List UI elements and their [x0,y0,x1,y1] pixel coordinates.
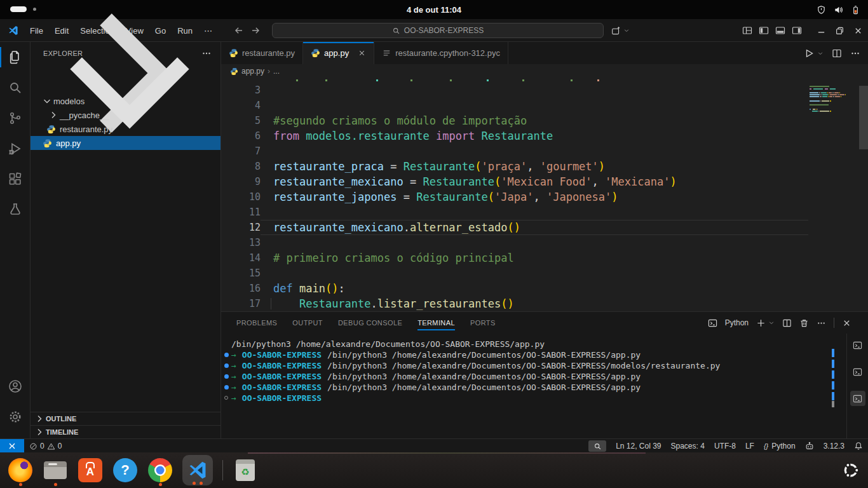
breadcrumb[interactable]: app.py › ... [221,64,868,78]
remote-indicator[interactable] [0,439,24,453]
nav-forward-icon[interactable] [250,25,261,36]
toggle-primary-sidebar-icon[interactable] [759,25,769,36]
close-panel-icon[interactable] [842,318,851,328]
show-apps-ubuntu-icon[interactable] [841,461,860,480]
panel-tab-output[interactable]: OUTPUT [292,312,323,334]
dock-help[interactable] [112,454,138,487]
code-line-11[interactable]: 11 [221,205,868,220]
terminal-line[interactable]: →OO-SABOR-EXPRESS/bin/python3 /home/alex… [221,382,843,393]
section-project-root[interactable]: OO-SABOR-EXPRESS [31,80,220,94]
toggle-panel-icon[interactable] [775,25,785,36]
toggle-secondary-sidebar-icon[interactable] [792,25,802,36]
terminal-line[interactable]: →OO-SABOR-EXPRESS [221,393,843,403]
code-line-12[interactable]: 12restaurante_mexicano.alternar_estado() [221,220,868,235]
dock-vscode[interactable] [182,455,213,485]
terminal-tab-3[interactable] [850,391,865,406]
code-line-4[interactable]: 4 [221,98,868,113]
tree-item-modelos[interactable]: modelos [31,94,220,108]
customize-layout-icon[interactable] [742,25,752,36]
code-line-8[interactable]: 8restaurante_praca = Restaurante('praça'… [221,159,868,174]
command-decoration-icon[interactable] [224,353,229,357]
tree-item-pycache[interactable]: __pycache__ [31,108,220,122]
window-restore-icon[interactable] [835,26,844,36]
code-line-3[interactable]: 3 [221,83,868,98]
run-python-file-icon[interactable] [804,48,814,58]
activitybar-extensions[interactable] [0,164,31,194]
tab-apppy[interactable]: app.py [303,42,374,64]
activitybar-source-control[interactable] [0,103,31,133]
code-line-5[interactable]: 5#segundo criamos o módulo de importação [221,113,868,128]
panel-more-actions-icon[interactable] [817,318,826,328]
activitybar-testing[interactable] [0,194,31,225]
code-line-14[interactable]: 14# primeiro criamos o código principal [221,250,868,266]
kill-terminal-icon[interactable] [799,318,809,328]
minimap[interactable] [808,78,859,154]
volume-icon[interactable] [834,5,843,15]
activitybar-settings[interactable] [0,402,31,432]
section-outline[interactable]: OUTLINE [31,412,220,425]
terminal-dropdown-icon[interactable] [768,320,775,326]
terminal-line[interactable]: →OO-SABOR-EXPRESS/bin/python3 /home/alex… [221,360,843,371]
terminal-tab-1[interactable] [850,337,865,353]
command-decoration-icon[interactable] [224,374,229,379]
system-tray[interactable] [817,0,860,19]
code-line-7[interactable]: 7 [221,144,868,159]
dock-files[interactable] [43,454,68,487]
command-decoration-icon[interactable] [224,363,229,368]
eol[interactable]: LF [745,442,754,451]
dock-trash[interactable] [233,454,258,487]
terminal-line[interactable]: /bin/python3 /home/alexandre/Documentos/… [221,339,843,349]
terminal[interactable]: /bin/python3 /home/alexandre/Documentos/… [221,334,843,438]
dock-firefox[interactable] [8,454,33,487]
code-line-15[interactable]: 15 [221,266,868,281]
code-line-10[interactable]: 10restaurante_japones = Restaurante('Jap… [221,189,868,205]
command-center-search[interactable]: OO-SABOR-EXPRESS [272,23,604,38]
split-terminal-icon[interactable] [782,318,792,328]
tree-item-apppy[interactable]: app.py [31,136,220,150]
terminal-line[interactable]: →OO-SABOR-EXPRESS/bin/python3 /home/alex… [221,371,843,382]
new-terminal-icon[interactable] [756,318,766,328]
dock-chrome[interactable] [147,454,173,487]
code-line-16[interactable]: 16def main(): [221,281,868,296]
terminal-line[interactable]: →OO-SABOR-EXPRESS/bin/python3 /home/alex… [221,349,843,360]
window-minimize-icon[interactable] [817,26,826,36]
command-decoration-icon[interactable] [224,396,228,400]
cursor-position[interactable]: Ln 12, Col 39 [616,442,661,451]
copilot-robot-icon[interactable] [805,442,814,451]
activitybar-explorer[interactable] [0,42,31,72]
split-editor-icon[interactable] [832,48,842,58]
breadcrumb-more[interactable]: ... [273,67,280,76]
code-line-17[interactable]: 17 Restaurante.listar_restaurantes() [221,296,868,311]
tab-restaurantepy[interactable]: restaurante.py [221,42,303,64]
dock-ubuntu-software[interactable] [78,454,103,487]
problems-status[interactable]: 0 0 [29,439,62,453]
code-line-9[interactable]: 9restaurante_mexicano = Restaurante('Mex… [221,174,868,189]
indentation[interactable]: Spaces: 4 [671,442,705,451]
nav-back-icon[interactable] [234,25,244,36]
statusbar-search[interactable] [588,440,606,452]
tree-item-restaurantepy[interactable]: restaurante.py [31,122,220,136]
panel-tab-problems[interactable]: PROBLEMS [236,312,277,334]
code-editor[interactable]: 345#segundo criamos o módulo de importaç… [221,78,868,311]
python-version[interactable]: 3.12.3 [824,442,844,451]
run-dropdown-icon[interactable] [817,50,824,57]
code-line-13[interactable]: 13 [221,235,868,250]
command-decoration-icon[interactable] [224,385,229,390]
panel-tab-ports[interactable]: PORTS [470,312,496,334]
panel-tab-terminal[interactable]: TERMINAL [417,312,455,334]
privacy-icon[interactable] [817,5,826,15]
encoding[interactable]: UTF-8 [714,442,736,451]
editor-scrollbar[interactable] [859,86,868,149]
tab-close-icon[interactable] [358,49,366,57]
activitybar-accounts[interactable] [0,371,31,402]
panel-tab-debug-console[interactable]: DEBUG CONSOLE [338,312,402,334]
language-mode[interactable]: Python [764,442,796,451]
bell-icon[interactable] [854,442,863,451]
breadcrumb-file[interactable]: app.py [241,67,264,76]
tab-restaurantecpython312pyc[interactable]: restaurante.cpython-312.pyc [374,42,508,64]
copilot-menu[interactable] [611,23,630,38]
section-timeline[interactable]: TIMELINE [31,425,220,438]
battery-icon[interactable] [851,5,860,15]
code-line-6[interactable]: 6from modelos.restaurante import Restaur… [221,128,868,144]
editor-more-actions-icon[interactable] [850,48,860,58]
